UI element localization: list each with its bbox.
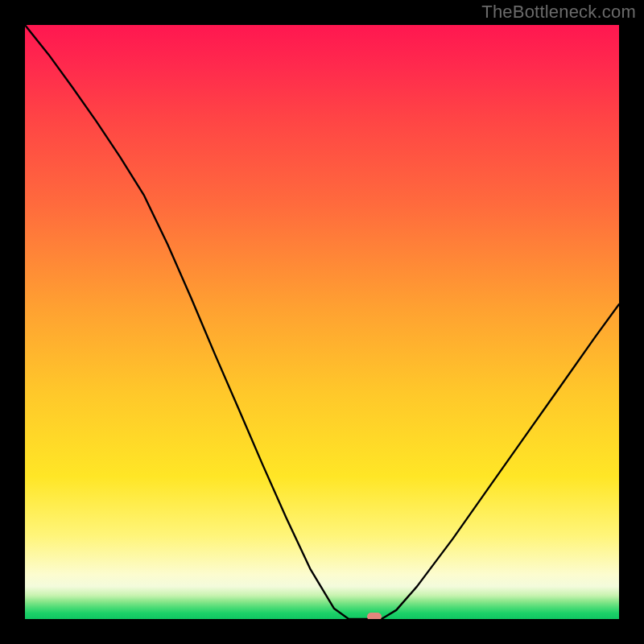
bottleneck-curve — [25, 25, 619, 619]
plot-area — [25, 25, 619, 619]
chart-frame: TheBottleneck.com — [0, 0, 644, 644]
watermark-text: TheBottleneck.com — [481, 2, 636, 23]
curve-path — [25, 25, 619, 619]
optimal-point-marker — [367, 613, 382, 619]
